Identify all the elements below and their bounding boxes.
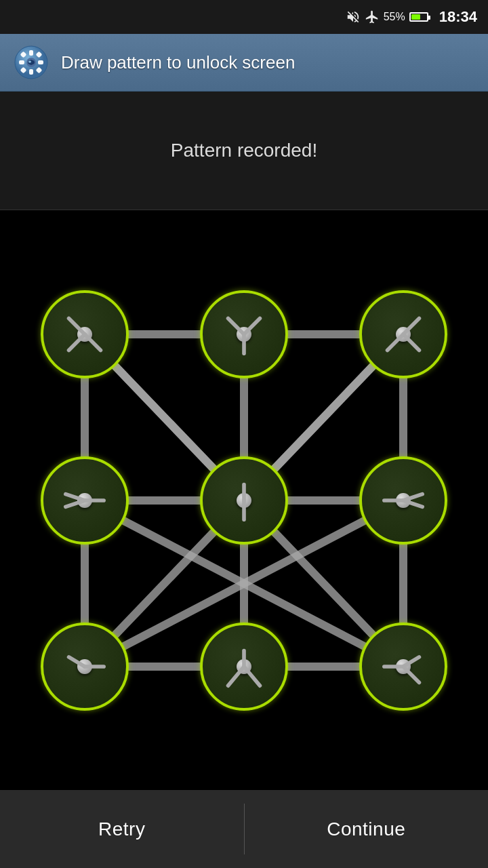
- pattern-grid: .pline { stroke: #aaa; stroke-width: 12;…: [34, 283, 454, 717]
- svg-line-51: [244, 667, 260, 686]
- page-title: Draw pattern to unlock screen: [61, 52, 295, 73]
- arrow-tr: [362, 293, 445, 376]
- svg-rect-3: [29, 50, 33, 56]
- arrow-tl: [43, 293, 126, 376]
- pattern-node-mr: [359, 456, 447, 545]
- pattern-node-br: [359, 623, 447, 711]
- svg-line-54: [403, 667, 419, 682]
- pattern-recorded-message: Pattern recorded!: [171, 140, 317, 161]
- gear-icon: [14, 45, 49, 80]
- status-icons: 55% 18:34: [346, 8, 477, 26]
- message-area: Pattern recorded!: [0, 92, 488, 210]
- mute-icon: [346, 9, 361, 24]
- pattern-node-ml: [41, 456, 129, 545]
- battery-percent: 55%: [384, 11, 405, 23]
- svg-line-50: [228, 667, 244, 686]
- svg-point-11: [28, 60, 35, 65]
- svg-rect-4: [29, 69, 33, 75]
- arrow-br: [362, 625, 445, 708]
- pattern-area: .pline { stroke: #aaa; stroke-width: 12;…: [0, 210, 488, 790]
- svg-point-12: [28, 61, 31, 63]
- pattern-node-tr: [359, 290, 447, 378]
- retry-button[interactable]: Retry: [0, 790, 244, 868]
- svg-rect-5: [19, 60, 24, 64]
- arrow-mr: [362, 459, 445, 542]
- arrow-bm: [203, 625, 285, 708]
- svg-line-53: [403, 656, 419, 666]
- svg-line-33: [69, 318, 85, 334]
- svg-line-32: [85, 334, 100, 350]
- svg-line-31: [69, 334, 85, 350]
- pattern-node-mm: [200, 456, 288, 545]
- pattern-node-bm: [200, 623, 288, 711]
- svg-rect-6: [38, 60, 43, 64]
- status-bar: 55% 18:34: [0, 0, 488, 34]
- arrow-ml: [43, 459, 126, 542]
- airplane-icon: [365, 9, 380, 24]
- svg-line-34: [228, 318, 244, 334]
- svg-line-46: [403, 500, 422, 507]
- arrow-mm: [203, 459, 285, 542]
- svg-line-41: [66, 500, 85, 507]
- svg-line-38: [388, 334, 403, 350]
- battery-icon: [409, 12, 428, 22]
- svg-line-35: [244, 318, 260, 334]
- arrow-bl: [43, 625, 126, 708]
- pattern-node-tl: [41, 290, 129, 378]
- continue-button[interactable]: Continue: [245, 790, 489, 868]
- title-bar: Draw pattern to unlock screen: [0, 34, 488, 92]
- bottom-bar: Retry Continue: [0, 790, 488, 868]
- pattern-node-tm: [200, 290, 288, 378]
- clock: 18:34: [439, 8, 477, 26]
- pattern-node-bl: [41, 623, 129, 711]
- svg-line-48: [69, 656, 85, 666]
- svg-line-37: [403, 334, 419, 350]
- svg-line-39: [403, 318, 419, 334]
- arrow-tm: [203, 293, 285, 376]
